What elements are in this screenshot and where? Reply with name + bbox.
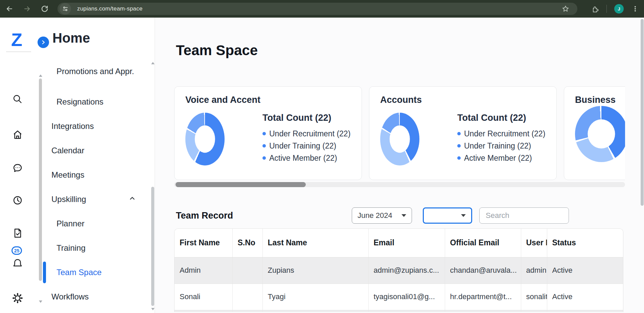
nav-scrollbar-down-arrow[interactable] xyxy=(39,300,42,303)
table-row[interactable]: Admin Zupians admin@zupians.c... chandan… xyxy=(175,257,623,284)
url-text[interactable]: zupians.com/team-space xyxy=(77,5,562,12)
extensions-icon[interactable] xyxy=(591,5,599,13)
cards-scrollbar-thumb[interactable] xyxy=(176,182,306,187)
chart-legend: Total Count (22) Under Recruitment (22) … xyxy=(457,113,546,165)
rail-divider xyxy=(6,51,31,52)
back-icon[interactable] xyxy=(5,5,14,13)
table-row[interactable]: Sonali Tyagi tyagisonali01@g... hr.depar… xyxy=(175,284,623,310)
panel-scrollbar-up-arrow[interactable] xyxy=(151,62,155,64)
panel-scrollbar-thumb[interactable] xyxy=(151,187,154,306)
chevron-down-icon xyxy=(401,214,406,217)
chevron-right-icon xyxy=(40,39,46,45)
cell-last-name: Tyagi xyxy=(262,284,368,310)
nav-item-label: Training xyxy=(56,243,86,253)
active-item-indicator xyxy=(43,262,46,283)
cell-s-no xyxy=(232,284,262,310)
main-content: Team Space Voice and Accent Total Count … xyxy=(155,18,644,313)
search-input[interactable] xyxy=(479,207,569,224)
team-record-toolbar: Team Record June 2024 xyxy=(174,207,625,224)
document-check-icon[interactable] xyxy=(12,227,24,239)
table-header-row: First Name S.No Last Name Email Official… xyxy=(175,229,623,257)
nav-item-meetings[interactable]: Meetings xyxy=(43,163,155,187)
team-cards-row: Voice and Accent Total Count (22) Under … xyxy=(174,86,625,180)
home-icon[interactable] xyxy=(12,129,24,141)
notification-count-badge[interactable]: 25 xyxy=(12,246,22,255)
page-title: Team Space xyxy=(176,42,644,59)
nav-scrollbar-thumb[interactable] xyxy=(39,79,42,281)
clock-icon[interactable] xyxy=(12,194,24,206)
settings-gear-icon[interactable] xyxy=(12,292,24,304)
browser-menu-icon[interactable] xyxy=(632,5,639,12)
team-cards-viewport: Voice and Accent Total Count (22) Under … xyxy=(174,86,625,180)
cell-first-name: Admin xyxy=(175,257,232,284)
nav-item-calendar[interactable]: Calendar xyxy=(43,138,155,163)
sidebar-collapse-button[interactable] xyxy=(38,37,49,48)
app-body: Z 25 xyxy=(0,18,644,313)
cell-status: Active xyxy=(547,284,623,310)
page-vertical-scrollbar[interactable] xyxy=(641,19,644,206)
legend-label: Active Member (22) xyxy=(464,153,532,163)
table-row-partial[interactable] xyxy=(175,310,623,312)
panel-scrollbar-down-arrow[interactable] xyxy=(151,308,155,310)
forward-icon[interactable] xyxy=(22,5,32,13)
cell-official-email: hr.department@t... xyxy=(445,284,521,310)
profile-avatar[interactable]: J xyxy=(614,4,624,14)
chevron-down-icon xyxy=(461,214,466,217)
nav-item-resignations[interactable]: Resignations xyxy=(43,90,155,114)
brand-logo[interactable]: Z xyxy=(11,30,22,49)
col-header-first-name: First Name xyxy=(175,229,232,257)
nav-item-label: Calendar xyxy=(51,146,84,155)
browser-actions: J xyxy=(591,0,644,18)
team-record-heading: Team Record xyxy=(176,210,233,221)
col-header-official-email: Official Email xyxy=(445,229,521,257)
app-window: zupians.com/team-space J Z xyxy=(0,0,644,313)
nav-item-workflows[interactable]: Workflows xyxy=(43,285,155,309)
nav-item-integrations[interactable]: Integrations xyxy=(43,114,155,138)
col-header-email: Email xyxy=(368,229,445,257)
nav-scrollbar-up-arrow[interactable] xyxy=(39,74,42,77)
nav-item-training[interactable]: Training xyxy=(43,236,155,260)
month-filter-dropdown[interactable]: June 2024 xyxy=(352,207,412,224)
chevron-up-icon xyxy=(129,195,136,204)
nav-item-upskilling[interactable]: Upskilling xyxy=(43,187,155,211)
cell-s-no xyxy=(232,257,262,284)
cell-status: Active xyxy=(547,257,623,284)
legend-dot xyxy=(262,132,266,135)
nav-item-label: Meetings xyxy=(51,170,84,180)
card-title: Voice and Accent xyxy=(185,95,351,105)
legend-total-count: Total Count (22) xyxy=(457,113,546,123)
cell-official-email: chandan@aruvala... xyxy=(445,257,521,284)
notifications-bell-icon[interactable] xyxy=(12,258,24,270)
card-voice-and-accent: Voice and Accent Total Count (22) Under … xyxy=(174,86,362,180)
address-bar[interactable]: zupians.com/team-space xyxy=(58,3,577,15)
legend-dot xyxy=(457,132,461,135)
nav-item-label: Resignations xyxy=(56,97,104,107)
nav-item-promotions-and-appr[interactable]: Promotions and Appr. xyxy=(43,53,155,90)
nav-item-label: Team Space xyxy=(56,268,101,277)
legend-dot xyxy=(457,156,461,160)
card-business: Business xyxy=(564,86,625,180)
legend-dot xyxy=(457,144,461,148)
site-settings-icon[interactable] xyxy=(60,3,71,15)
nav-item-label: Planner xyxy=(56,219,85,228)
nav-item-label: Upskilling xyxy=(51,195,86,204)
nav-item-team-space[interactable]: Team Space xyxy=(43,260,155,285)
nav-section-title: Home xyxy=(43,18,155,46)
cell-last-name: Zupians xyxy=(262,257,368,284)
secondary-filter-dropdown[interactable] xyxy=(423,207,472,224)
card-title: Accounts xyxy=(380,95,546,105)
browser-toolbar: zupians.com/team-space J xyxy=(0,0,644,18)
cards-horizontal-scrollbar[interactable] xyxy=(174,182,625,187)
legend-label: Under Training (22) xyxy=(464,141,531,151)
cell-first-name: Sonali xyxy=(175,284,232,310)
nav-item-planner[interactable]: Planner xyxy=(43,211,155,236)
cell-user-name: admin xyxy=(521,257,547,284)
col-header-status: Status xyxy=(547,229,623,257)
chat-icon[interactable] xyxy=(12,162,24,174)
card-accounts: Accounts Total Count (22) Under Recruitm… xyxy=(369,86,557,180)
bookmark-star-icon[interactable] xyxy=(562,5,569,13)
cell-email: admin@zupians.c... xyxy=(368,257,445,284)
legend-total-count: Total Count (22) xyxy=(262,113,351,123)
search-icon[interactable] xyxy=(12,93,24,105)
reload-icon[interactable] xyxy=(40,5,49,13)
